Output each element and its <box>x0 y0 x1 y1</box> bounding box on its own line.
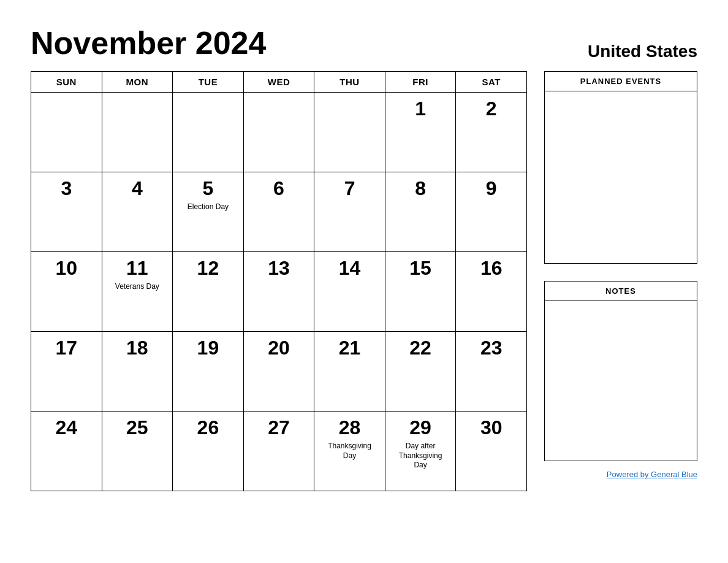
calendar-cell: 20 <box>243 332 314 412</box>
calendar-week-2: 345Election Day6789 <box>31 172 527 252</box>
day-number: 13 <box>268 257 290 280</box>
calendar-cell: 27 <box>243 412 314 491</box>
day-header-tue: TUE <box>173 72 244 93</box>
calendar-cell <box>173 93 244 172</box>
calendar-cell <box>31 93 102 172</box>
calendar-cell: 9 <box>456 172 527 252</box>
day-number: 19 <box>197 337 219 359</box>
day-number: 10 <box>55 257 77 280</box>
calendar-cell: 4 <box>102 172 173 252</box>
calendar-table: SUNMONTUEWEDTHUFRISAT 12345Election Day6… <box>31 71 527 491</box>
calendar-cell: 24 <box>31 412 102 491</box>
day-number: 8 <box>415 177 426 200</box>
calendar-week-3: 1011Veterans Day1213141516 <box>31 252 527 332</box>
day-number: 4 <box>132 177 143 200</box>
day-number: 26 <box>197 416 219 439</box>
day-number: 6 <box>273 177 284 200</box>
day-number: 7 <box>344 177 355 200</box>
calendar-cell: 14 <box>314 252 385 332</box>
holiday-label: Thanksgiving Day <box>320 442 379 461</box>
day-header-fri: FRI <box>385 72 456 93</box>
day-number: 5 <box>203 177 214 200</box>
day-header-wed: WED <box>243 72 314 93</box>
calendar-week-1: 12 <box>31 93 527 172</box>
day-number: 3 <box>61 177 72 200</box>
calendar-cell: 10 <box>31 252 102 332</box>
day-number: 18 <box>126 337 148 359</box>
day-number: 11 <box>126 257 148 280</box>
powered-by-link[interactable]: Powered by General Blue <box>607 470 697 479</box>
calendar-cell: 3 <box>31 172 102 252</box>
calendar-week-5: 2425262728Thanksgiving Day29Day after Th… <box>31 412 527 491</box>
day-number: 29 <box>409 416 431 439</box>
day-number: 9 <box>486 177 497 200</box>
calendar-cell: 12 <box>173 252 244 332</box>
day-number: 14 <box>339 257 361 280</box>
calendar-cell: 5Election Day <box>173 172 244 252</box>
day-number: 15 <box>409 257 431 280</box>
day-header-thu: THU <box>314 72 385 93</box>
calendar-cell: 22 <box>385 332 456 412</box>
day-number: 25 <box>126 416 148 439</box>
calendar-cell: 13 <box>243 252 314 332</box>
planned-events-header: PLANNED EVENTS <box>545 72 697 91</box>
calendar-cell: 30 <box>456 412 527 491</box>
calendar-cell: 26 <box>173 412 244 491</box>
calendar-cell: 2 <box>456 93 527 172</box>
calendar-cell: 16 <box>456 252 527 332</box>
day-number: 21 <box>339 337 361 359</box>
day-number: 2 <box>486 98 497 120</box>
sidebar: PLANNED EVENTS NOTES Powered by General … <box>544 71 697 491</box>
calendar-cell <box>243 93 314 172</box>
day-number: 22 <box>409 337 431 359</box>
notes-body <box>545 301 697 461</box>
day-header-mon: MON <box>102 72 173 93</box>
calendar-cell: 17 <box>31 332 102 412</box>
calendar-cell: 7 <box>314 172 385 252</box>
day-number: 1 <box>415 98 426 120</box>
calendar-cell: 21 <box>314 332 385 412</box>
calendar-cell: 18 <box>102 332 173 412</box>
day-number: 23 <box>480 337 502 359</box>
calendar-cell: 11Veterans Day <box>102 252 173 332</box>
country-label: United States <box>588 42 697 61</box>
calendar-cell <box>314 93 385 172</box>
day-number: 17 <box>55 337 77 359</box>
powered-by: Powered by General Blue <box>544 470 697 479</box>
calendar-cell: 6 <box>243 172 314 252</box>
calendar-cell: 8 <box>385 172 456 252</box>
calendar-cell: 19 <box>173 332 244 412</box>
planned-events-box: PLANNED EVENTS <box>544 71 697 264</box>
holiday-label: Veterans Day <box>115 282 159 292</box>
notes-header: NOTES <box>545 282 697 301</box>
holiday-label: Day after Thanksgiving Day <box>392 442 450 470</box>
day-header-sun: SUN <box>31 72 102 93</box>
calendar-cell: 25 <box>102 412 173 491</box>
calendar-week-4: 17181920212223 <box>31 332 527 412</box>
day-number: 12 <box>197 257 219 280</box>
notes-box: NOTES <box>544 281 697 461</box>
day-number: 24 <box>55 416 77 439</box>
calendar-cell: 15 <box>385 252 456 332</box>
calendar-cell: 29Day after Thanksgiving Day <box>385 412 456 491</box>
day-number: 30 <box>480 416 502 439</box>
calendar-cell: 28Thanksgiving Day <box>314 412 385 491</box>
day-number: 27 <box>268 416 290 439</box>
calendar-cell: 1 <box>385 93 456 172</box>
holiday-label: Election Day <box>188 202 229 212</box>
day-header-sat: SAT <box>456 72 527 93</box>
day-number: 20 <box>268 337 290 359</box>
calendar-cell: 23 <box>456 332 527 412</box>
planned-events-body <box>545 91 697 263</box>
calendar: SUNMONTUEWEDTHUFRISAT 12345Election Day6… <box>31 71 527 491</box>
calendar-cell <box>102 93 173 172</box>
day-number: 28 <box>339 416 361 439</box>
page-title: November 2024 <box>31 25 266 61</box>
day-number: 16 <box>480 257 502 280</box>
